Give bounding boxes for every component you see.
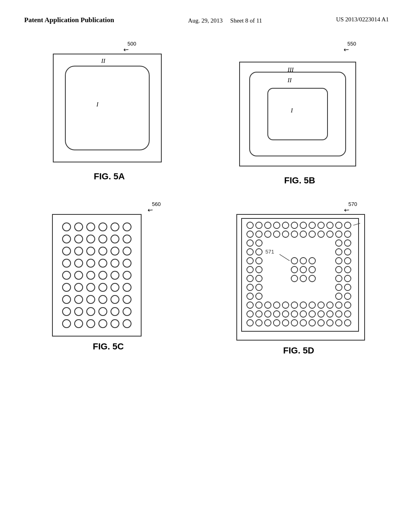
svg-point-48	[256, 275, 262, 282]
svg-point-1	[247, 222, 253, 229]
svg-point-12	[344, 222, 351, 229]
circle-item	[111, 319, 119, 328]
sheet-info: Sheet 8 of 11	[230, 17, 262, 24]
fig5b-label-i: I	[291, 107, 293, 114]
svg-point-19	[300, 231, 307, 237]
svg-point-68	[300, 302, 307, 308]
svg-point-25	[247, 240, 253, 246]
svg-point-83	[327, 311, 333, 317]
svg-point-21	[318, 231, 324, 237]
circle-item	[86, 222, 95, 231]
header-center: Aug. 29, 2013 Sheet 8 of 11	[188, 16, 262, 25]
svg-point-92	[300, 320, 307, 326]
svg-point-37	[309, 258, 315, 264]
svg-point-40	[247, 266, 253, 273]
svg-point-14	[256, 231, 262, 237]
publication-date: Aug. 29, 2013	[188, 17, 223, 24]
svg-point-20	[309, 231, 315, 237]
svg-line-100	[280, 254, 290, 261]
svg-point-43	[300, 266, 307, 273]
svg-point-74	[247, 311, 253, 317]
circle-item	[62, 271, 71, 280]
circle-item	[74, 259, 83, 268]
circle-item	[86, 307, 95, 316]
svg-point-63	[256, 302, 262, 308]
circle-item	[86, 235, 95, 243]
svg-point-88	[265, 320, 271, 326]
ref-500: 500	[127, 41, 136, 47]
svg-point-51	[309, 275, 315, 282]
circle-item	[123, 295, 131, 304]
fig5a-container: 500 ↗ II I FIG. 5A	[53, 42, 166, 186]
svg-point-70	[318, 302, 324, 308]
fig5c-container: 560 ↗ FIG. 5C	[52, 202, 165, 356]
circle-item	[74, 319, 83, 328]
svg-point-84	[336, 311, 342, 317]
publication-title: Patent Application Publication	[24, 16, 114, 24]
top-row: 500 ↗ II I FIG. 5A 550 ↗	[16, 42, 397, 186]
svg-point-45	[336, 266, 342, 273]
circle-item	[62, 295, 71, 304]
fig5a-label-ii: II	[101, 58, 105, 64]
circle-item	[86, 283, 95, 292]
circle-item	[111, 283, 119, 292]
svg-point-13	[247, 231, 253, 237]
circle-item	[111, 295, 119, 304]
fig5b-container: 550 ↗ III II I FIG. 5B	[239, 42, 360, 186]
svg-point-55	[256, 284, 262, 291]
svg-point-65	[273, 302, 280, 308]
circle-item	[74, 247, 83, 256]
circle-item	[98, 295, 107, 304]
fig5a-inner-rect	[65, 66, 150, 150]
svg-point-62	[247, 302, 253, 308]
fig5c-circle-grid	[61, 221, 133, 329]
fig5d-label: FIG. 5D	[283, 345, 314, 356]
circle-item	[98, 319, 107, 328]
circle-item	[62, 319, 71, 328]
svg-point-8	[309, 222, 315, 229]
circle-item	[123, 235, 131, 243]
svg-point-91	[291, 320, 298, 326]
svg-point-77	[273, 311, 280, 317]
arrow-560-glyph: ↗	[146, 206, 154, 215]
svg-point-79	[291, 311, 298, 317]
svg-point-95	[327, 320, 333, 326]
circle-item	[111, 235, 119, 243]
svg-point-64	[265, 302, 271, 308]
svg-text:571: 571	[265, 249, 274, 255]
circle-item	[111, 247, 119, 256]
circle-item	[111, 222, 119, 231]
svg-point-18	[291, 231, 298, 237]
svg-point-29	[247, 249, 253, 255]
svg-point-28	[344, 240, 351, 246]
fig5c-label: FIG. 5C	[93, 341, 124, 352]
svg-point-50	[300, 275, 307, 282]
svg-point-86	[247, 320, 253, 326]
svg-point-66	[282, 302, 289, 308]
fig5b-diagram: 550 ↗ III II I	[239, 54, 360, 170]
fig5b-label-ii: II	[288, 77, 292, 84]
circle-item	[62, 283, 71, 292]
circle-item	[98, 247, 107, 256]
circle-item	[123, 259, 131, 268]
svg-point-33	[247, 258, 253, 264]
svg-point-6	[291, 222, 298, 229]
svg-point-97	[344, 320, 351, 326]
bottom-row: 560 ↗ FIG. 5C 570 ↗	[16, 202, 397, 356]
svg-point-44	[309, 266, 315, 273]
fig5d-diagram: 570 ↗	[236, 214, 361, 341]
svg-point-67	[291, 302, 298, 308]
svg-point-26	[256, 240, 262, 246]
svg-point-54	[247, 284, 253, 291]
circle-item	[62, 307, 71, 316]
svg-point-69	[309, 302, 315, 308]
svg-point-87	[256, 320, 262, 326]
fig5a-diagram: 500 ↗ II I	[53, 54, 166, 166]
fig5d-border: -572 571	[236, 214, 365, 341]
svg-point-3	[265, 222, 271, 229]
svg-point-5	[282, 222, 289, 229]
svg-point-89	[273, 320, 280, 326]
svg-point-17	[282, 231, 289, 237]
svg-point-41	[256, 266, 262, 273]
svg-point-39	[344, 258, 351, 264]
